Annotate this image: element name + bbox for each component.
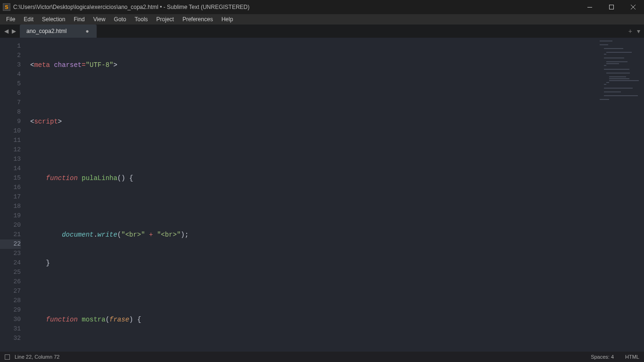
line-number: 4 xyxy=(0,70,21,79)
line-number: 20 xyxy=(0,221,21,230)
code-token: write xyxy=(98,231,117,239)
menu-find[interactable]: Find xyxy=(69,15,89,24)
code-token: ) { xyxy=(129,316,141,323)
menubar: File Edit Selection Find View Goto Tools… xyxy=(0,14,644,25)
code-token xyxy=(30,316,46,323)
svg-rect-0 xyxy=(587,7,592,8)
new-tab-icon[interactable]: + xyxy=(628,27,632,35)
code-token: ); xyxy=(181,231,189,239)
code-token xyxy=(145,231,149,239)
nav-back-icon[interactable]: ◀ xyxy=(3,28,9,34)
code-token: . xyxy=(93,231,97,239)
line-number: 24 xyxy=(0,258,21,268)
line-number: 23 xyxy=(0,249,21,258)
code-token: "UTF-8" xyxy=(86,61,114,69)
line-number: 11 xyxy=(0,136,21,145)
menu-view[interactable]: View xyxy=(89,15,110,24)
line-number: 6 xyxy=(0,89,21,98)
code-token: mostra xyxy=(82,316,105,323)
code-token: "<br>" xyxy=(157,231,181,239)
tab-active[interactable]: ano_copa2.html ● xyxy=(20,25,97,38)
tab-label: ano_copa2.html xyxy=(26,28,66,34)
tab-menu-icon[interactable]: ▾ xyxy=(637,27,640,35)
minimize-button[interactable] xyxy=(579,0,601,14)
line-number: 22 xyxy=(0,239,21,249)
line-number: 2 xyxy=(0,51,21,60)
line-number: 26 xyxy=(0,277,21,287)
menu-help[interactable]: Help xyxy=(217,15,238,24)
line-number: 8 xyxy=(0,107,21,117)
code-token: > xyxy=(113,61,117,69)
window-title: C:\Users\Victor\Desktop\logica\exercicio… xyxy=(13,4,249,10)
code-token: = xyxy=(82,61,85,69)
menu-preferences[interactable]: Preferences xyxy=(178,15,217,24)
line-number: 32 xyxy=(0,334,21,343)
code-token xyxy=(30,231,62,239)
code-token xyxy=(30,174,46,182)
line-number: 17 xyxy=(0,192,21,202)
menu-goto[interactable]: Goto xyxy=(110,15,131,24)
line-number: 12 xyxy=(0,145,21,155)
line-number: 16 xyxy=(0,183,21,192)
code-token: function xyxy=(46,316,78,323)
code-token: > xyxy=(58,118,62,125)
code-token: meta xyxy=(34,61,50,69)
app-icon: S xyxy=(3,3,10,11)
menu-selection[interactable]: Selection xyxy=(38,15,69,24)
line-number: 15 xyxy=(0,173,21,183)
tabstrip: ◀ ▶ ano_copa2.html ● + ▾ xyxy=(0,25,644,38)
line-number: 1 xyxy=(0,41,21,51)
tab-dirty-icon: ● xyxy=(85,28,89,34)
titlebar: S C:\Users\Victor\Desktop\logica\exercic… xyxy=(0,0,644,14)
code-token: function xyxy=(46,174,78,182)
line-number: 30 xyxy=(0,315,21,324)
panel-switcher-icon[interactable] xyxy=(5,354,10,360)
window-controls xyxy=(579,0,644,14)
line-number: 19 xyxy=(0,211,21,221)
line-number: 7 xyxy=(0,98,21,107)
menu-file[interactable]: File xyxy=(2,15,19,24)
code-token: + xyxy=(149,231,153,239)
line-number: 21 xyxy=(0,230,21,239)
line-number: 31 xyxy=(0,324,21,334)
minimap[interactable] xyxy=(600,41,642,92)
line-number: 3 xyxy=(0,60,21,70)
menu-tools[interactable]: Tools xyxy=(131,15,152,24)
code-token: } xyxy=(30,259,50,267)
line-number: 25 xyxy=(0,268,21,277)
maximize-button[interactable] xyxy=(601,0,622,14)
line-number: 13 xyxy=(0,155,21,164)
code-token: ( xyxy=(117,231,121,239)
line-number: 29 xyxy=(0,305,21,315)
close-button[interactable] xyxy=(622,0,644,14)
code-token: pulaLinha xyxy=(82,174,117,182)
line-number: 27 xyxy=(0,287,21,296)
line-number: 5 xyxy=(0,79,21,89)
editor[interactable]: 1234567891011121314151617181920212223242… xyxy=(0,38,644,352)
code-area[interactable]: <meta charset="UTF-8"> <script> function… xyxy=(26,38,644,352)
code-token: () { xyxy=(117,174,133,182)
code-token: ( xyxy=(106,316,109,323)
line-number: 14 xyxy=(0,164,21,173)
menu-project[interactable]: Project xyxy=(152,15,178,24)
line-number: 18 xyxy=(0,202,21,211)
line-number: 9 xyxy=(0,117,21,126)
code-token: charset xyxy=(54,61,82,69)
code-token: "<br>" xyxy=(121,231,145,239)
menu-edit[interactable]: Edit xyxy=(19,15,38,24)
code-token xyxy=(153,231,157,239)
code-token xyxy=(78,316,82,323)
line-number: 28 xyxy=(0,296,21,305)
code-token: document xyxy=(62,231,93,239)
code-token: script xyxy=(34,118,58,125)
svg-rect-1 xyxy=(610,5,614,9)
code-token xyxy=(78,174,82,182)
code-token: frase xyxy=(109,316,129,323)
gutter: 1234567891011121314151617181920212223242… xyxy=(0,38,26,352)
nav-forward-icon[interactable]: ▶ xyxy=(10,28,17,34)
line-number: 10 xyxy=(0,126,21,136)
